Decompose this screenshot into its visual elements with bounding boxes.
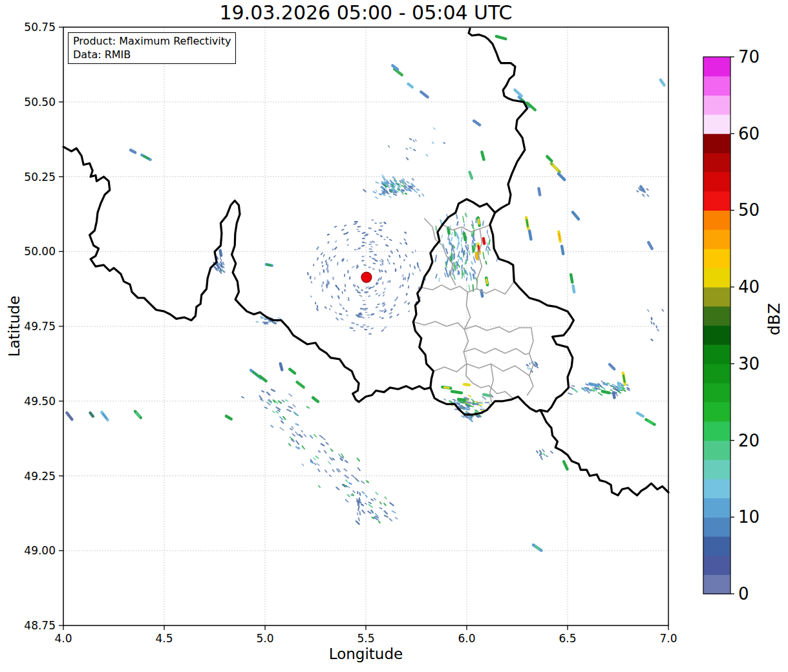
canton-border-line — [463, 348, 529, 354]
colorbar-segment — [703, 229, 730, 249]
country-border-line — [63, 147, 431, 402]
colorbar-segment — [703, 114, 730, 134]
canton-border-line — [434, 364, 529, 376]
colorbar-segment — [703, 402, 730, 421]
x-tick-label: 6.5 — [559, 632, 576, 645]
y-tick-label: 49.00 — [24, 544, 56, 557]
colorbar-tick-label: 70 — [738, 47, 760, 67]
y-tick-label: 50.25 — [24, 171, 56, 184]
colorbar-segment — [703, 421, 730, 441]
data-source-line: Data: RMIB — [73, 48, 231, 61]
colorbar-segment — [703, 306, 730, 326]
colorbar-segment — [703, 536, 730, 556]
y-tick-label: 50.50 — [24, 96, 56, 109]
country-border-line — [469, 28, 527, 213]
product-annotation-box: Product: Maximum Reflectivity Data: RMIB — [68, 32, 236, 64]
colorbar-segment — [703, 76, 730, 96]
colorbar-segment — [703, 152, 730, 172]
x-tick-label: 4.5 — [155, 632, 173, 645]
gridlines — [63, 27, 668, 625]
colorbar: 010203040506070 — [703, 47, 760, 604]
colorbar-tick-label: 40 — [738, 277, 760, 297]
colorbar-segment — [703, 57, 730, 76]
y-tick-label: 50.75 — [24, 21, 56, 34]
figure-title: 19.03.2026 05:00 - 05:04 UTC — [63, 1, 668, 24]
product-line: Product: Maximum Reflectivity — [73, 34, 231, 48]
canton-border-line — [527, 328, 533, 395]
colorbar-segment — [703, 574, 730, 594]
canton-border-line — [413, 322, 531, 333]
colorbar-segment — [703, 191, 730, 211]
radar-echoes — [67, 36, 664, 551]
colorbar-tick-label: 60 — [738, 124, 760, 143]
colorbar-segment — [703, 249, 730, 268]
colorbar-tick-label: 30 — [738, 354, 760, 373]
colorbar-segment — [703, 364, 730, 383]
colorbar-tick-label: 50 — [738, 200, 760, 220]
colorbar-segment — [703, 441, 730, 460]
colorbar-segment — [703, 134, 730, 153]
colorbar-segment — [703, 459, 730, 479]
y-tick-label: 49.25 — [24, 470, 56, 483]
colorbar-segment — [703, 479, 730, 498]
y-tick-label: 50.00 — [24, 245, 56, 258]
colorbar-segment — [703, 268, 730, 287]
y-tick-label: 48.75 — [24, 619, 56, 632]
colorbar-segment — [703, 172, 730, 191]
colorbar-segment — [703, 383, 730, 403]
y-tick-label: 49.75 — [24, 320, 56, 333]
colorbar-segment — [703, 556, 730, 575]
colorbar-tick-label: 10 — [738, 507, 760, 527]
x-tick-label: 5.5 — [357, 632, 374, 645]
colorbar-segment — [703, 517, 730, 536]
colorbar-segment — [703, 326, 730, 345]
y-tick-label: 49.50 — [24, 395, 56, 408]
radar-map-figure: 4.04.55.05.56.06.57.048.7549.0049.2549.5… — [0, 0, 788, 672]
colorbar-segment — [703, 210, 730, 229]
colorbar-segment — [703, 287, 730, 306]
colorbar-tick-label: 20 — [738, 431, 760, 450]
colorbar-label: dBZ — [765, 303, 783, 335]
x-tick-label: 6.0 — [458, 632, 475, 645]
colorbar-tick-label: 0 — [738, 584, 749, 604]
x-tick-label: 7.0 — [659, 632, 677, 645]
canton-border-line — [466, 364, 512, 397]
map-plot: 4.04.55.05.56.06.57.048.7549.0049.2549.5… — [0, 0, 788, 672]
x-tick-label: 4.0 — [54, 632, 72, 645]
x-axis-label: Longitude — [63, 646, 668, 662]
radar-site-marker — [361, 272, 372, 282]
colorbar-segment — [703, 498, 730, 518]
colorbar-segment — [703, 95, 730, 114]
x-tick-label: 5.0 — [256, 632, 273, 645]
y-axis-label: Latitude — [6, 296, 23, 357]
axes: 4.04.55.05.56.06.57.048.7549.0049.2549.5… — [24, 21, 677, 645]
colorbar-segment — [703, 344, 730, 364]
